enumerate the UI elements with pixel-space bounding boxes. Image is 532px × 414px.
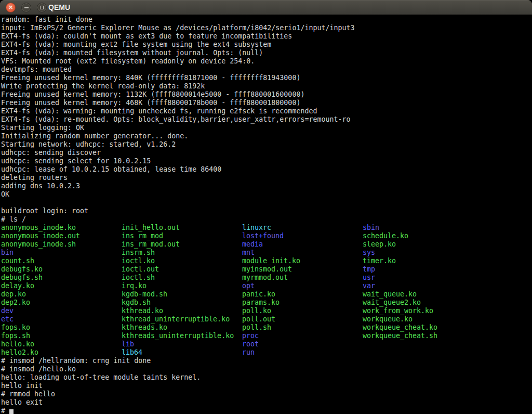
file-entry: usr (363, 274, 483, 282)
file-entry: fops.sh (1, 332, 122, 340)
file-entry: debugfs.sh (1, 274, 122, 282)
console-line: fops.kokthreads.kopoll.shworkqueue_cheat… (1, 324, 532, 332)
file-entry: workqueue_cheat.sh (363, 332, 483, 340)
titlebar[interactable]: ✕ QEMU (0, 0, 532, 15)
file-entry: module_init.ko (242, 257, 363, 265)
file-entry: sys (363, 249, 483, 257)
file-entry: ins_rm_mod.out (122, 240, 242, 249)
console-line: Starting logging: OK (1, 124, 532, 132)
file-entry: lib64 (122, 348, 242, 357)
maximize-button[interactable] (37, 3, 47, 12)
file-entry: params.ko (242, 299, 363, 307)
file-entry: dep2.ko (1, 299, 122, 307)
file-entry: mnt (242, 249, 363, 257)
file-entry: bin (1, 249, 122, 257)
file-entry: insrm.sh (122, 249, 242, 257)
file-entry: poll.out (242, 315, 363, 324)
console-line: bininsrm.shmntsys (1, 249, 532, 257)
file-entry: delay.ko (1, 282, 122, 290)
console-line: anonymous_inode.outins_rm_modlost+founds… (1, 232, 532, 240)
console-line: # ls / (1, 215, 532, 224)
console-line: udhcpc: lease of 10.0.2.15 obtained, lea… (1, 165, 532, 174)
file-entry: panic.ko (242, 290, 363, 299)
file-entry: linuxrc (242, 224, 363, 232)
text-cursor (9, 409, 14, 414)
file-entry: run (242, 348, 363, 357)
console-line: EXT4-fs (vda): re-mounted. Opts: block_v… (1, 115, 532, 124)
file-entry: kthread.ko (122, 307, 242, 315)
file-entry: debugfs.ko (1, 265, 122, 274)
minimize-icon (24, 7, 29, 8)
console-line: devtmpfs: mounted (1, 66, 532, 74)
console-line: hello2.kolib64run (1, 348, 532, 357)
console-line: anonymous_inode.koinit_hello.outlinuxrcs… (1, 224, 532, 232)
file-entry: count.sh (1, 257, 122, 265)
console-line (1, 199, 532, 207)
console-line: EXT4-fs (vda): warning: mounting uncheck… (1, 107, 532, 115)
console-line: EXT4-fs (vda): mounting ext2 file system… (1, 41, 532, 49)
console-line: debugfs.shioctl.shmyrmmod.outusr (1, 274, 532, 282)
console-line: hello init (1, 382, 532, 390)
file-entry: sleep.ko (363, 240, 483, 249)
file-entry: fops.ko (1, 324, 122, 332)
file-entry: kgdb.sh (122, 299, 242, 307)
file-entry: lost+found (242, 232, 363, 240)
file-entry: myinsmod.out (242, 265, 363, 274)
file-entry: kgdb-mod.sh (122, 290, 242, 299)
console-line: # rmmod hello (1, 390, 532, 398)
console-line: EXT4-fs (vda): couldn't mount as ext3 du… (1, 32, 532, 41)
file-entry: opt (242, 282, 363, 290)
console-line: Freeing unused kernel memory: 840K (ffff… (1, 74, 532, 82)
file-entry: root (242, 340, 363, 348)
file-entry: lib (122, 340, 242, 348)
file-entry: myrmmod.out (242, 274, 363, 282)
console-line: fops.shkthreads_uninterruptible.koprocwo… (1, 332, 532, 340)
console-line: OK (1, 190, 532, 199)
console-line: random: fast init done (1, 16, 532, 24)
console-line: anonymous_inode.shins_rm_mod.outmediasle… (1, 240, 532, 249)
console-line: delay.koirq.kooptvar (1, 282, 532, 290)
file-entry: ioctl.out (122, 265, 242, 274)
file-entry: proc (242, 332, 363, 340)
file-entry: anonymous_inode.ko (1, 224, 122, 232)
file-entry: dep.ko (1, 290, 122, 299)
file-entry: kthreads.ko (122, 324, 242, 332)
file-entry: dev (1, 307, 122, 315)
file-entry: anonymous_inode.sh (1, 240, 122, 249)
console-line: VFS: Mounted root (ext2 filesystem) read… (1, 57, 532, 66)
console-line: EXT4-fs (vda): mounted filesystem withou… (1, 49, 532, 57)
file-entry: tmp (363, 265, 483, 274)
console-line: Write protecting the kernel read-only da… (1, 82, 532, 90)
file-entry: schedule.ko (363, 232, 483, 240)
console-line: devkthread.kopoll.kowork_from_work.ko (1, 307, 532, 315)
file-entry: media (242, 240, 363, 249)
file-entry: hello2.ko (1, 348, 122, 357)
file-entry: anonymous_inode.out (1, 232, 122, 240)
console-line: buildroot login: root (1, 207, 532, 215)
console-line: count.shioctl.komodule_init.kotimer.ko (1, 257, 532, 265)
file-entry: var (363, 282, 483, 290)
file-entry: wait_queue2.ko (363, 299, 483, 307)
console-line: hello.kolibroot (1, 340, 532, 348)
console-screen[interactable]: random: fast init doneinput: ImExPS/2 Ge… (0, 15, 532, 414)
file-entry: sbin (363, 224, 483, 232)
console-line: hello: loading out-of-tree module taints… (1, 373, 532, 382)
console-line: Starting network: udhcpc: started, v1.26… (1, 140, 532, 149)
console-line: Freeing unused kernel memory: 1132K (fff… (1, 90, 532, 99)
window-title: QEMU (48, 0, 70, 15)
console-line: input: ImExPS/2 Generic Explorer Mouse a… (1, 24, 532, 32)
file-entry: poll.ko (242, 307, 363, 315)
file-entry: poll.sh (242, 324, 363, 332)
console-line: deleting routers (1, 174, 532, 182)
file-entry: work_from_work.ko (363, 307, 483, 315)
file-entry: timer.ko (363, 257, 483, 265)
file-entry: init_hello.out (122, 224, 242, 232)
minimize-button[interactable] (21, 3, 31, 12)
console-line: debugfs.koioctl.outmyinsmod.outtmp (1, 265, 532, 274)
close-button[interactable]: ✕ (6, 3, 16, 12)
file-entry: ins_rm_mod (122, 232, 242, 240)
console-line: hello exit (1, 398, 532, 407)
console-line: # insmod /hello.ko (1, 365, 532, 373)
maximize-icon (40, 6, 44, 9)
console-line: udhcpc: sending discover (1, 149, 532, 157)
